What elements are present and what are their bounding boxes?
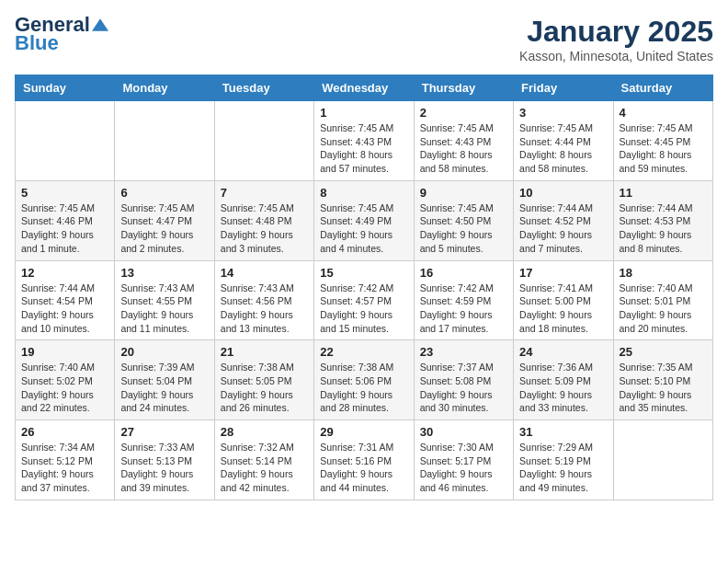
calendar-cell [115, 101, 214, 181]
day-info: Sunrise: 7:35 AM Sunset: 5:10 PM Dayligh… [620, 361, 707, 415]
calendar-cell [16, 101, 115, 181]
calendar-cell [613, 420, 712, 500]
svg-marker-0 [92, 18, 108, 31]
day-info: Sunrise: 7:42 AM Sunset: 4:57 PM Dayligh… [320, 282, 407, 336]
day-number: 5 [21, 186, 108, 200]
day-number: 2 [420, 106, 507, 120]
location: Kasson, Minnesota, United States [519, 49, 713, 63]
calendar-header-monday: Monday [115, 75, 214, 101]
calendar-cell: 12Sunrise: 7:44 AM Sunset: 4:54 PM Dayli… [16, 260, 115, 340]
day-number: 16 [420, 266, 507, 280]
day-info: Sunrise: 7:38 AM Sunset: 5:06 PM Dayligh… [320, 361, 407, 415]
day-number: 20 [120, 345, 208, 359]
day-number: 30 [420, 425, 507, 439]
calendar-cell: 20Sunrise: 7:39 AM Sunset: 5:04 PM Dayli… [115, 340, 214, 420]
day-number: 6 [120, 186, 208, 200]
calendar-cell: 24Sunrise: 7:36 AM Sunset: 5:09 PM Dayli… [514, 340, 613, 420]
calendar-cell: 19Sunrise: 7:40 AM Sunset: 5:02 PM Dayli… [16, 340, 115, 420]
day-info: Sunrise: 7:43 AM Sunset: 4:55 PM Dayligh… [120, 282, 208, 336]
day-info: Sunrise: 7:29 AM Sunset: 5:19 PM Dayligh… [519, 441, 607, 495]
calendar-cell: 27Sunrise: 7:33 AM Sunset: 5:13 PM Dayli… [115, 420, 214, 500]
day-info: Sunrise: 7:41 AM Sunset: 5:00 PM Dayligh… [519, 282, 607, 336]
calendar-header-row: SundayMondayTuesdayWednesdayThursdayFrid… [16, 75, 713, 101]
day-number: 8 [320, 186, 407, 200]
day-info: Sunrise: 7:36 AM Sunset: 5:09 PM Dayligh… [519, 361, 607, 415]
day-info: Sunrise: 7:43 AM Sunset: 4:56 PM Dayligh… [221, 282, 308, 336]
calendar-cell: 7Sunrise: 7:45 AM Sunset: 4:48 PM Daylig… [214, 180, 313, 260]
day-number: 31 [519, 425, 607, 439]
calendar-cell: 11Sunrise: 7:44 AM Sunset: 4:53 PM Dayli… [613, 180, 712, 260]
day-info: Sunrise: 7:33 AM Sunset: 5:13 PM Dayligh… [120, 441, 208, 495]
day-info: Sunrise: 7:45 AM Sunset: 4:44 PM Dayligh… [519, 121, 607, 176]
title-block: January 2025 Kasson, Minnesota, United S… [519, 15, 713, 63]
day-number: 3 [519, 106, 607, 120]
day-info: Sunrise: 7:30 AM Sunset: 5:17 PM Dayligh… [420, 441, 507, 495]
day-info: Sunrise: 7:45 AM Sunset: 4:50 PM Dayligh… [420, 201, 507, 256]
day-number: 17 [519, 266, 607, 280]
day-info: Sunrise: 7:37 AM Sunset: 5:08 PM Dayligh… [420, 361, 507, 415]
calendar-cell: 2Sunrise: 7:45 AM Sunset: 4:43 PM Daylig… [414, 101, 513, 181]
day-info: Sunrise: 7:39 AM Sunset: 5:04 PM Dayligh… [120, 361, 208, 415]
day-info: Sunrise: 7:38 AM Sunset: 5:05 PM Dayligh… [221, 361, 308, 415]
calendar-cell: 15Sunrise: 7:42 AM Sunset: 4:57 PM Dayli… [314, 260, 414, 340]
day-number: 21 [221, 345, 308, 359]
day-number: 14 [221, 266, 308, 280]
day-info: Sunrise: 7:45 AM Sunset: 4:47 PM Dayligh… [120, 201, 208, 256]
day-number: 25 [620, 345, 707, 359]
day-info: Sunrise: 7:45 AM Sunset: 4:43 PM Dayligh… [320, 121, 407, 176]
day-info: Sunrise: 7:42 AM Sunset: 4:59 PM Dayligh… [420, 282, 507, 336]
day-number: 24 [519, 345, 607, 359]
day-number: 9 [420, 186, 507, 200]
day-number: 27 [120, 425, 208, 439]
day-number: 4 [620, 106, 707, 120]
calendar-header-tuesday: Tuesday [214, 75, 313, 101]
calendar-header-friday: Friday [514, 75, 613, 101]
day-info: Sunrise: 7:45 AM Sunset: 4:49 PM Dayligh… [320, 201, 407, 256]
calendar-header-thursday: Thursday [414, 75, 513, 101]
day-number: 10 [519, 186, 607, 200]
calendar-cell: 17Sunrise: 7:41 AM Sunset: 5:00 PM Dayli… [514, 260, 613, 340]
calendar-cell: 14Sunrise: 7:43 AM Sunset: 4:56 PM Dayli… [214, 260, 313, 340]
calendar-cell: 5Sunrise: 7:45 AM Sunset: 4:46 PM Daylig… [16, 180, 115, 260]
day-info: Sunrise: 7:31 AM Sunset: 5:16 PM Dayligh… [320, 441, 407, 495]
calendar-cell: 1Sunrise: 7:45 AM Sunset: 4:43 PM Daylig… [314, 101, 414, 181]
calendar-cell: 13Sunrise: 7:43 AM Sunset: 4:55 PM Dayli… [115, 260, 214, 340]
calendar-cell: 25Sunrise: 7:35 AM Sunset: 5:10 PM Dayli… [613, 340, 712, 420]
day-number: 13 [120, 266, 208, 280]
day-number: 15 [320, 266, 407, 280]
calendar-cell: 21Sunrise: 7:38 AM Sunset: 5:05 PM Dayli… [214, 340, 313, 420]
day-number: 11 [620, 186, 707, 200]
calendar-table: SundayMondayTuesdayWednesdayThursdayFrid… [15, 75, 713, 500]
calendar-cell [214, 101, 313, 181]
calendar-cell: 8Sunrise: 7:45 AM Sunset: 4:49 PM Daylig… [314, 180, 414, 260]
calendar-cell: 3Sunrise: 7:45 AM Sunset: 4:44 PM Daylig… [514, 101, 613, 181]
calendar-cell: 30Sunrise: 7:30 AM Sunset: 5:17 PM Dayli… [414, 420, 513, 500]
day-number: 22 [320, 345, 407, 359]
page-header: General Blue January 2025 Kasson, Minnes… [15, 15, 713, 63]
calendar-cell: 23Sunrise: 7:37 AM Sunset: 5:08 PM Dayli… [414, 340, 513, 420]
day-number: 26 [21, 425, 108, 439]
day-number: 23 [420, 345, 507, 359]
calendar-cell: 9Sunrise: 7:45 AM Sunset: 4:50 PM Daylig… [414, 180, 513, 260]
day-info: Sunrise: 7:34 AM Sunset: 5:12 PM Dayligh… [21, 441, 108, 495]
day-info: Sunrise: 7:45 AM Sunset: 4:43 PM Dayligh… [420, 121, 507, 176]
day-number: 7 [221, 186, 308, 200]
calendar-cell: 18Sunrise: 7:40 AM Sunset: 5:01 PM Dayli… [613, 260, 712, 340]
day-info: Sunrise: 7:45 AM Sunset: 4:46 PM Dayligh… [21, 201, 108, 256]
calendar-cell: 16Sunrise: 7:42 AM Sunset: 4:59 PM Dayli… [414, 260, 513, 340]
logo-blue: Blue [15, 33, 59, 53]
calendar-cell: 4Sunrise: 7:45 AM Sunset: 4:45 PM Daylig… [613, 101, 712, 181]
calendar-cell: 28Sunrise: 7:32 AM Sunset: 5:14 PM Dayli… [214, 420, 313, 500]
calendar-week-row: 19Sunrise: 7:40 AM Sunset: 5:02 PM Dayli… [16, 340, 713, 420]
day-info: Sunrise: 7:45 AM Sunset: 4:48 PM Dayligh… [221, 201, 308, 256]
day-number: 18 [620, 266, 707, 280]
month-title: January 2025 [519, 15, 713, 49]
day-number: 28 [221, 425, 308, 439]
calendar-week-row: 5Sunrise: 7:45 AM Sunset: 4:46 PM Daylig… [16, 180, 713, 260]
day-number: 1 [320, 106, 407, 120]
day-info: Sunrise: 7:44 AM Sunset: 4:53 PM Dayligh… [620, 201, 707, 256]
day-number: 12 [21, 266, 108, 280]
calendar-cell: 6Sunrise: 7:45 AM Sunset: 4:47 PM Daylig… [115, 180, 214, 260]
calendar-header-saturday: Saturday [613, 75, 712, 101]
day-info: Sunrise: 7:44 AM Sunset: 4:52 PM Dayligh… [519, 201, 607, 256]
